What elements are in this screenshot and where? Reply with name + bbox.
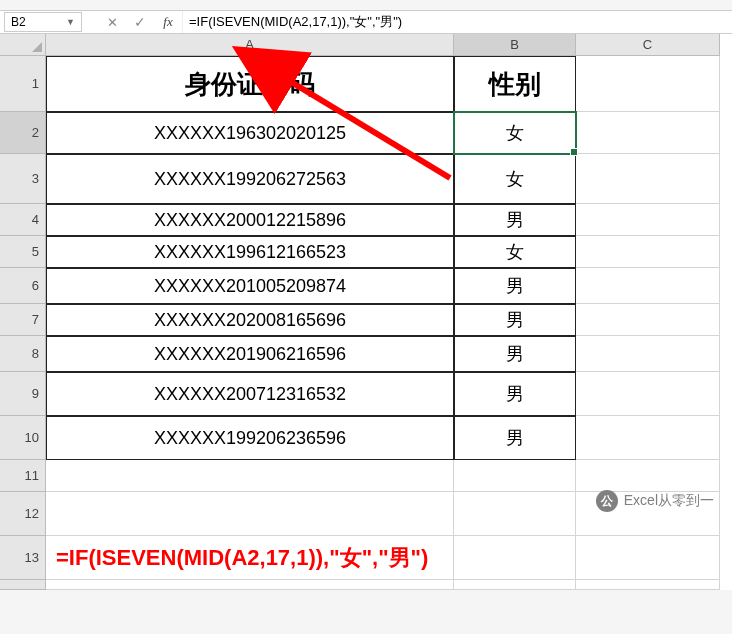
name-box[interactable]: B2 ▼: [4, 12, 82, 32]
row-9: 9 XXXXXX200712316532 男: [0, 372, 732, 416]
row-header[interactable]: 4: [0, 204, 46, 236]
id-value: XXXXXX201005209874: [154, 276, 346, 297]
cell-B7[interactable]: 男: [454, 304, 576, 336]
row-header[interactable]: 11: [0, 460, 46, 492]
gender-value: 男: [506, 208, 524, 232]
cell[interactable]: [454, 580, 576, 590]
cell-B12[interactable]: [454, 492, 576, 536]
cell-A9[interactable]: XXXXXX200712316532: [46, 372, 454, 416]
row-1: 1 身份证号码 性别: [0, 56, 732, 112]
row-13: 13 =IF(ISEVEN(MID(A2,17,1)),"女","男"): [0, 536, 732, 580]
cell-B9[interactable]: 男: [454, 372, 576, 416]
formula-text: =IF(ISEVEN(MID(A2,17,1)),"女","男"): [189, 13, 402, 31]
select-all-button[interactable]: [0, 34, 46, 56]
row-header[interactable]: 1: [0, 56, 46, 112]
cell-B2[interactable]: 女: [454, 112, 576, 154]
cell-B4[interactable]: 男: [454, 204, 576, 236]
cell-B1[interactable]: 性别: [454, 56, 576, 112]
cell-C13[interactable]: [576, 536, 720, 580]
cell-A11[interactable]: [46, 460, 454, 492]
cell-A13[interactable]: =IF(ISEVEN(MID(A2,17,1)),"女","男"): [46, 536, 454, 580]
header-gender: 性别: [489, 67, 541, 102]
row-header[interactable]: 13: [0, 536, 46, 580]
row-3: 3 XXXXXX199206272563 女: [0, 154, 732, 204]
cell-C1[interactable]: [576, 56, 720, 112]
gender-value: 男: [506, 308, 524, 332]
gender-value: 男: [506, 274, 524, 298]
watermark: 公 Excel从零到一: [596, 490, 714, 512]
gender-value: 女: [506, 167, 524, 191]
cell-A7[interactable]: XXXXXX202008165696: [46, 304, 454, 336]
id-value: XXXXXX199206272563: [154, 169, 346, 190]
id-value: XXXXXX202008165696: [154, 310, 346, 331]
cell-A5[interactable]: XXXXXX199612166523: [46, 236, 454, 268]
formula-input[interactable]: =IF(ISEVEN(MID(A2,17,1)),"女","男"): [182, 11, 732, 33]
cell-C4[interactable]: [576, 204, 720, 236]
cell-C3[interactable]: [576, 154, 720, 204]
cell[interactable]: [576, 580, 720, 590]
row-10: 10 XXXXXX199206236596 男: [0, 416, 732, 460]
cell-B5[interactable]: 女: [454, 236, 576, 268]
row-header[interactable]: 7: [0, 304, 46, 336]
gender-value: 女: [506, 240, 524, 264]
cell-C8[interactable]: [576, 336, 720, 372]
col-header-B[interactable]: B: [454, 34, 576, 56]
row-header[interactable]: 12: [0, 492, 46, 536]
cell-B3[interactable]: 女: [454, 154, 576, 204]
cell-A1[interactable]: 身份证号码: [46, 56, 454, 112]
row-header[interactable]: 5: [0, 236, 46, 268]
row-11: 11: [0, 460, 732, 492]
header-id: 身份证号码: [185, 67, 315, 102]
cell-B6[interactable]: 男: [454, 268, 576, 304]
cell-C5[interactable]: [576, 236, 720, 268]
gender-value: 男: [506, 382, 524, 406]
row-8: 8 XXXXXX201906216596 男: [0, 336, 732, 372]
cancel-icon[interactable]: ✕: [102, 15, 122, 30]
id-value: XXXXXX199206236596: [154, 428, 346, 449]
cell-A6[interactable]: XXXXXX201005209874: [46, 268, 454, 304]
cell[interactable]: [46, 580, 454, 590]
cell-A3[interactable]: XXXXXX199206272563: [46, 154, 454, 204]
cell-C10[interactable]: [576, 416, 720, 460]
gender-value: 男: [506, 342, 524, 366]
col-header-A[interactable]: A: [46, 34, 454, 56]
id-value: XXXXXX200012215896: [154, 210, 346, 231]
row-2: 2 XXXXXX196302020125 女: [0, 112, 732, 154]
watermark-text: Excel从零到一: [624, 492, 714, 510]
row-header[interactable]: 8: [0, 336, 46, 372]
name-box-dropdown-icon[interactable]: ▼: [66, 17, 75, 27]
spreadsheet-grid: A B C 1 身份证号码 性别 2 XXXXXX196302020125 女 …: [0, 34, 732, 590]
cell-B13[interactable]: [454, 536, 576, 580]
formula-buttons: ✕ ✓ fx: [102, 14, 178, 30]
cell-C11[interactable]: [576, 460, 720, 492]
cell-C2[interactable]: [576, 112, 720, 154]
formula-annotation: =IF(ISEVEN(MID(A2,17,1)),"女","男"): [56, 543, 428, 573]
cell-A4[interactable]: XXXXXX200012215896: [46, 204, 454, 236]
cell-A8[interactable]: XXXXXX201906216596: [46, 336, 454, 372]
id-value: XXXXXX201906216596: [154, 344, 346, 365]
col-header-C[interactable]: C: [576, 34, 720, 56]
row-7: 7 XXXXXX202008165696 男: [0, 304, 732, 336]
row-header[interactable]: 3: [0, 154, 46, 204]
accept-icon[interactable]: ✓: [130, 14, 150, 30]
cell-B10[interactable]: 男: [454, 416, 576, 460]
cell-B8[interactable]: 男: [454, 336, 576, 372]
row-header[interactable]: 9: [0, 372, 46, 416]
cell-C9[interactable]: [576, 372, 720, 416]
row-header[interactable]: 2: [0, 112, 46, 154]
cell-B11[interactable]: [454, 460, 576, 492]
fx-icon[interactable]: fx: [158, 14, 178, 30]
cell-A12[interactable]: [46, 492, 454, 536]
cell-A10[interactable]: XXXXXX199206236596: [46, 416, 454, 460]
cell-A2[interactable]: XXXXXX196302020125: [46, 112, 454, 154]
id-value: XXXXXX200712316532: [154, 384, 346, 405]
row-header[interactable]: [0, 580, 46, 590]
row-header[interactable]: 6: [0, 268, 46, 304]
row-5: 5 XXXXXX199612166523 女: [0, 236, 732, 268]
cell-C7[interactable]: [576, 304, 720, 336]
gender-value: 女: [506, 121, 524, 145]
id-value: XXXXXX199612166523: [154, 242, 346, 263]
row-header[interactable]: 10: [0, 416, 46, 460]
cell-C6[interactable]: [576, 268, 720, 304]
gender-value: 男: [506, 426, 524, 450]
